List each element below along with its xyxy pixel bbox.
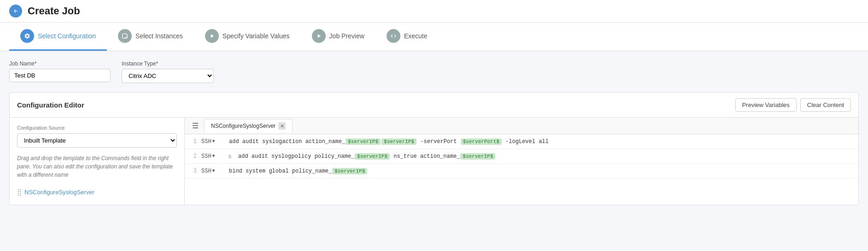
tab-label-select-configuration: Select Configuration [38,32,96,40]
tab-icon-db [118,29,132,43]
row-mode-select[interactable]: SSH ▼ [201,153,225,160]
code-text: -serverPort [417,138,460,145]
row-number: 1 [185,138,201,145]
row-mode-label: SSH [201,138,211,145]
template-item-label: NSConfigureSyslogServer [24,189,94,196]
tab-select-configuration[interactable]: Select Configuration [9,23,107,51]
row-number: 3 [185,168,201,174]
var-tag[interactable]: $serverIP$ [346,138,381,145]
tab-label-specify-vars: Specify Variable Values [223,32,290,40]
row-code-3: bind system global policy_name_$serverIP… [225,165,858,177]
code-text: ns_true action_name_ [390,153,460,160]
back-button[interactable] [9,5,22,18]
drag-hint: Drag and drop the template to the Comman… [17,154,177,179]
row-mode-select[interactable]: SSH ▼ [201,138,225,145]
tab-job-preview[interactable]: Job Preview [301,23,375,51]
tab-label-execute: Execute [404,32,428,40]
code-text: -logLevel all [502,138,549,145]
config-editor-title: Configuration Editor [17,101,84,109]
code-text: add audit syslogpolicy policy_name_ [238,153,354,160]
row-mode-chevron: ▼ [212,154,215,159]
header-buttons: Preview Variables Clear Content [735,98,851,112]
row-number: 2 [185,153,201,160]
tab-select-instances[interactable]: Select Instances [107,23,194,51]
row-mode-label: SSH [201,153,211,160]
job-name-group: Job Name* [9,60,111,83]
code-text: add audit syslogaction action_name_ [229,138,345,145]
row-code-2: add audit syslogpolicy policy_name_$serv… [235,150,858,162]
clear-content-button[interactable]: Clear Content [800,98,851,112]
tab-icon-gear [20,29,34,43]
tab-icon-execute [387,29,400,43]
row-move-handle[interactable]: ⇅ [225,152,235,160]
row-mode-select[interactable]: SSH ▼ [201,168,225,174]
page-header: Create Job [0,0,868,23]
config-source-label: Configuration Source [17,125,177,131]
config-editor-section: Configuration Editor Preview Variables C… [9,92,859,205]
code-row: 1 SSH ▼ add audit syslogaction action_na… [185,134,858,149]
content-area: Job Name* Instance Type* Citrix ADC NetS… [0,51,868,215]
instance-type-select[interactable]: Citrix ADC NetScaler Other [122,69,214,83]
wizard-tabs: Select Configuration Select Instances Sp… [0,23,868,51]
form-row: Job Name* Instance Type* Citrix ADC NetS… [9,60,859,83]
row-mode-chevron: ▼ [212,168,215,173]
row-code-1: add audit syslogaction action_name_$serv… [225,136,858,148]
editor-tab-label: NSConfigureSyslogServer [211,123,276,129]
instance-type-group: Instance Type* Citrix ADC NetScaler Othe… [122,60,214,83]
editor-tab-bar: ☰ NSConfigureSyslogServer ✕ [185,118,858,134]
var-tag[interactable]: $serverIP$ [332,168,367,174]
code-row: 2 SSH ▼ ⇅ add audit syslogpolicy policy_… [185,149,858,164]
tab-icon-preview [312,29,326,43]
code-area: 1 SSH ▼ add audit syslogaction action_na… [185,134,858,179]
job-name-input[interactable] [9,69,111,82]
tab-label-job-preview: Job Preview [329,32,364,40]
config-source-select[interactable]: Inbuilt Template Custom Template Upload [17,133,177,148]
instance-type-label: Instance Type* [122,60,214,67]
row-mode-label: SSH [201,168,211,174]
drag-icon: ⣿ [17,188,22,196]
tab-execute[interactable]: Execute [375,23,439,51]
hamburger-icon[interactable]: ☰ [188,118,202,134]
config-sidebar: Configuration Source Inbuilt Template Cu… [10,118,185,205]
var-tag[interactable]: $serverIP$ [381,138,416,145]
tab-label-select-instances: Select Instances [135,32,183,40]
row-mode-chevron: ▼ [212,139,215,144]
job-name-label: Job Name* [9,60,111,67]
preview-variables-button[interactable]: Preview Variables [735,98,797,112]
editor-tab-active[interactable]: NSConfigureSyslogServer ✕ [204,119,293,132]
var-tag[interactable]: $serverPort$ [461,138,502,145]
template-item[interactable]: ⣿ NSConfigureSyslogServer [17,186,177,197]
code-text: bind system global policy_name_ [229,168,332,174]
config-editor-body: Configuration Source Inbuilt Template Cu… [10,118,858,205]
code-row: 3 SSH ▼ bind system global policy_name_$… [185,164,858,179]
close-tab-button[interactable]: ✕ [278,122,286,130]
var-tag[interactable]: $serverIP$ [460,153,495,160]
config-main: ☰ NSConfigureSyslogServer ✕ 1 SSH ▼ [185,118,858,205]
tab-icon-specify [205,29,219,43]
tab-specify-vars[interactable]: Specify Variable Values [194,23,301,51]
config-editor-header: Configuration Editor Preview Variables C… [10,93,858,118]
var-tag[interactable]: $serverIP$ [355,153,390,160]
page-title: Create Job [28,5,80,17]
